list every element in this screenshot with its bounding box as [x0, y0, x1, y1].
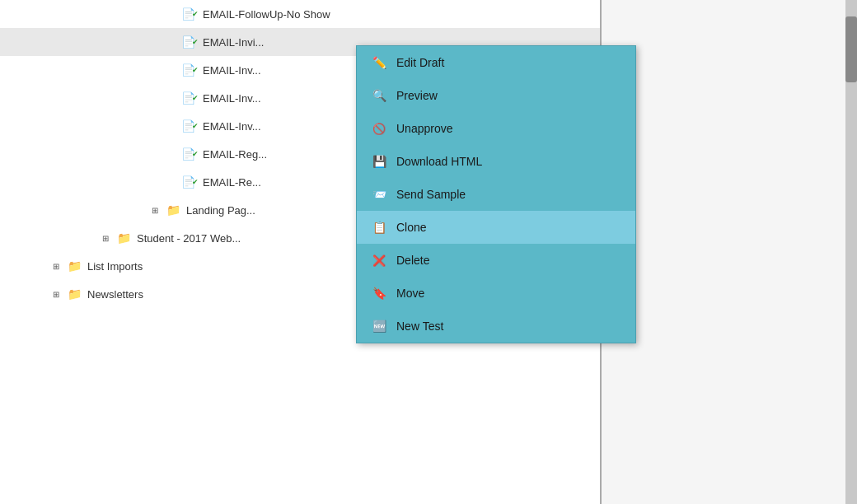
tree-item-followup[interactable]: 📄✔ EMAIL-FollowUp-No Show — [0, 0, 600, 28]
tree-item-label: EMAIL-Re... — [203, 176, 261, 189]
expand-icon: ⊞ — [148, 203, 162, 217]
unapprove-icon — [370, 119, 388, 138]
menu-item-download-html[interactable]: Download HTML — [357, 145, 635, 178]
folder-icon: 📁 — [115, 230, 132, 246]
email-doc-icon: 📄✔ — [181, 34, 198, 50]
delete-icon — [370, 251, 388, 269]
preview-icon — [370, 86, 388, 105]
main-area: 📄✔ EMAIL-FollowUp-No Show 📄✔ EMAIL-Invi.… — [0, 0, 857, 504]
email-doc-icon: 📄✔ — [181, 174, 198, 190]
send-icon — [370, 185, 388, 203]
folder-icon: 📁 — [66, 286, 82, 302]
tree-item-label: Student - 2017 Web... — [137, 232, 241, 245]
context-menu: Edit Draft Preview Unapprove Download HT… — [356, 45, 636, 343]
email-doc-icon: 📄✔ — [181, 90, 198, 106]
menu-item-label: Send Sample — [396, 188, 466, 201]
menu-item-preview[interactable]: Preview — [357, 79, 635, 112]
scrollbar-thumb[interactable] — [845, 16, 857, 82]
folder-icon: 📁 — [165, 202, 181, 218]
menu-item-unapprove[interactable]: Unapprove — [357, 112, 635, 145]
menu-item-label: Clone — [396, 221, 427, 234]
tree-item-label: EMAIL-Inv... — [203, 64, 261, 77]
clone-icon — [370, 218, 388, 236]
expand-icon: ⊞ — [99, 231, 112, 245]
menu-item-label: Preview — [396, 89, 438, 102]
folder-icon: 📁 — [66, 258, 82, 274]
menu-item-label: New Test — [396, 320, 443, 333]
expand-icon: ⊞ — [49, 287, 63, 301]
tree-item-label: List Imports — [87, 260, 143, 273]
tree-item-label: EMAIL-Reg... — [203, 148, 267, 161]
move-icon — [370, 284, 388, 302]
menu-item-label: Move — [396, 287, 424, 300]
menu-item-clone[interactable]: Clone — [357, 211, 635, 244]
menu-item-label: Download HTML — [396, 155, 482, 168]
newtest-icon — [370, 317, 388, 335]
scrollbar[interactable] — [845, 0, 857, 504]
tree-item-label: Newsletters — [87, 288, 143, 301]
download-icon — [370, 152, 388, 170]
expand-icon: ⊞ — [49, 259, 63, 273]
email-doc-icon: 📄✔ — [181, 118, 198, 134]
menu-item-delete[interactable]: Delete — [357, 244, 635, 277]
email-doc-icon: 📄✔ — [181, 6, 198, 22]
menu-item-new-test[interactable]: New Test — [357, 310, 635, 343]
menu-item-label: Delete — [396, 254, 429, 267]
tree-item-label: Landing Pag... — [186, 204, 255, 217]
menu-item-move[interactable]: Move — [357, 277, 635, 310]
menu-item-label: Edit Draft — [396, 56, 444, 69]
tree-item-label: EMAIL-Inv... — [203, 92, 261, 105]
tree-item-label: EMAIL-FollowUp-No Show — [203, 8, 330, 21]
menu-item-edit-draft[interactable]: Edit Draft — [357, 46, 635, 79]
menu-item-send-sample[interactable]: Send Sample — [357, 178, 635, 211]
tree-item-label: EMAIL-Invi... — [203, 36, 264, 49]
edit-icon — [370, 54, 388, 72]
tree-item-label: EMAIL-Inv... — [203, 120, 261, 133]
menu-item-label: Unapprove — [396, 122, 453, 135]
email-doc-icon: 📄✔ — [181, 146, 198, 162]
email-doc-icon: 📄✔ — [181, 62, 198, 78]
